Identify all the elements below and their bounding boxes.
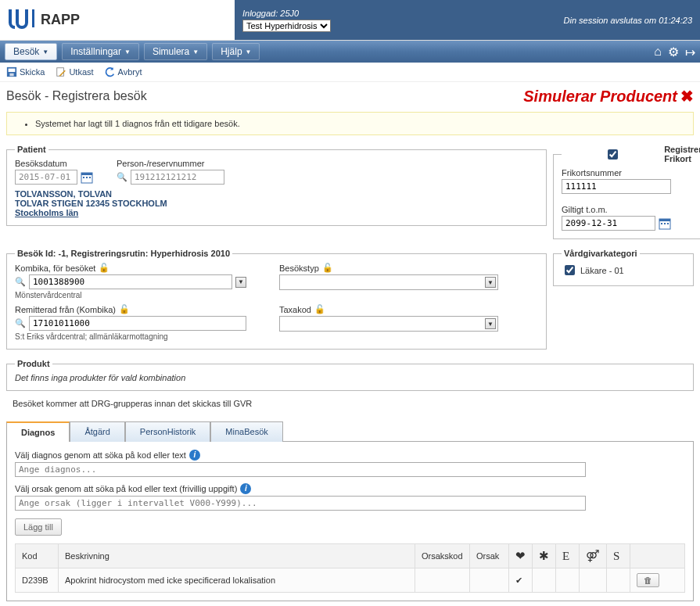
info-icon[interactable]: i [240,483,251,494]
menu-besok[interactable]: Besök ▼ [5,43,57,60]
cell-kod: D239B [16,568,59,593]
toolbar-label: Avbryt [118,67,142,77]
context-select[interactable]: Test Hyperhidrosis [242,20,331,32]
toolbar-label: Utkast [69,67,93,77]
patient-region[interactable]: Stockholms län [15,208,538,217]
search-icon[interactable]: 🔍 [15,318,26,328]
frikortsnummer-input[interactable] [562,179,671,194]
menu-label: Besök [13,46,39,57]
page-title: Besök - Registrera besök [6,89,147,103]
svg-rect-6 [83,177,84,178]
th-kod: Kod [16,544,59,568]
close-simulation-icon[interactable]: ✖ [680,87,694,106]
frikort-checkbox-label: Registrera Frikort [664,145,700,163]
cell-orsak [470,568,509,593]
logo-icon [8,7,34,34]
gear-icon[interactable]: ⚙ [668,45,679,59]
patient-fieldset: Patient Besöksdatum Person-/reservnummer… [6,145,547,226]
kombika-input[interactable] [29,274,232,289]
frikortsnummer-label: Frikortsnummer [562,168,622,177]
notice-text: Systemet har lagt till 1 diagnos från et… [35,119,679,128]
utkast-button[interactable]: Utkast [56,66,93,77]
giltigt-label: Giltigt t.o.m. [562,205,608,214]
tab-atgard[interactable]: Åtgärd [70,421,124,442]
vardgivarkategori-fieldset: Vårdgivarkategori Läkare - 01 [553,249,694,286]
visit-legend: Besök Id: -1, Registreringsrutin: Hyperh… [15,249,232,258]
app-name: RAPP [41,12,80,28]
giltigt-input[interactable] [562,216,655,231]
simulation-banner: Simulerar Producent ✖ [523,87,694,106]
personnummer-input[interactable] [131,170,224,185]
menu-label: Simulera [153,46,189,57]
menu-installningar[interactable]: Inställningar ▼ [62,43,139,60]
produkt-legend: Produkt [15,359,52,368]
th-orsak: Orsak [470,544,509,568]
unlock-icon: 🔓 [119,304,130,314]
kombika-note: Mönstervårdcentral [15,291,273,299]
skicka-button[interactable]: Skicka [6,66,45,77]
dropdown-icon: ▼ [485,277,496,288]
th-beskrivning: Beskrivning [59,544,415,568]
add-button[interactable]: Lägg till [15,518,62,536]
dropdown-icon[interactable]: ▼ [235,277,246,288]
table-row: D239B Apokrint hidrocystom med icke spec… [16,568,685,593]
frikort-legend: Registrera Frikort [562,145,700,163]
diagnos-search-input[interactable] [15,462,586,477]
vardgivarkategori-legend: Vårdgivarkategori [562,249,640,258]
logout-icon[interactable]: ↦ [685,45,695,59]
home-icon[interactable]: ⌂ [654,45,662,59]
cell-s [607,568,630,593]
besoksdatum-label: Besöksdatum [15,159,93,168]
th-orsakskod: Orsakskod [415,544,470,568]
check-icon: ✔ [515,576,522,585]
trash-icon: 🗑 [644,576,652,585]
search-icon[interactable]: 🔍 [15,277,26,287]
draft-icon [56,66,66,77]
frikort-fieldset: Registrera Frikort Frikortsnummer Giltig… [553,145,700,239]
search-icon[interactable]: 🔍 [117,172,127,182]
tab-minabesok[interactable]: MinaBesök [210,421,282,442]
delete-row-button[interactable]: 🗑 [637,573,659,587]
produkt-empty: Det finns inga produkter för vald kombin… [15,373,685,382]
tab-strip: Diagnos Åtgärd PersonHistorik MinaBesök [6,421,694,442]
besoksdatum-input[interactable] [15,170,77,185]
remitterad-label: Remitterad från (Kombika) 🔓 [15,304,273,314]
notice-banner: Systemet har lagt till 1 diagnos från et… [6,112,694,135]
besokstyp-select[interactable]: ▼ [279,274,498,290]
app-header: RAPP Inloggad: 25J0 Test Hyperhidrosis D… [0,0,700,41]
cell-orsakskod [415,568,470,593]
save-icon [6,66,17,77]
tab-diagnos[interactable]: Diagnos [6,421,70,442]
cell-asterisk [533,568,556,593]
personnummer-label: Person-/reservnummer [117,159,224,168]
besokstyp-label: Besökstyp 🔓 [279,263,498,273]
taxakod-select[interactable]: ▼ [279,316,498,332]
patient-address: TOLVAR STIGEN 12345 STOCKHOLM [15,199,538,208]
cell-gender [580,568,607,593]
lakare-checkbox[interactable] [565,265,575,275]
calendar-icon[interactable] [81,171,93,184]
info-icon[interactable]: i [189,450,200,461]
menu-label: Inställningar [70,46,121,57]
orsak-search-input[interactable] [15,496,586,511]
avbryt-button[interactable]: Avbryt [105,66,142,77]
th-gender-icon: ⚤ [580,544,607,568]
tab-personhistorik[interactable]: PersonHistorik [125,421,211,442]
patient-name: TOLVANSSON, TOLVAN [15,189,538,199]
diagnos-panel: Välj diagnos genom att söka på kod eller… [6,442,694,601]
kombika-label: Kombika, för besöket 🔓 [15,263,273,273]
th-heart-icon: ❤ [509,544,533,568]
vardgivarkategori-value: Läkare - 01 [580,266,624,275]
drg-note: Besöket kommer att DRG-grupperas innan d… [0,397,700,413]
visit-fieldset: Besök Id: -1, Registreringsrutin: Hyperh… [6,249,547,350]
remitterad-input[interactable] [29,316,246,331]
menu-hjalp[interactable]: Hjälp ▼ [212,43,260,60]
registrera-frikort-checkbox[interactable] [567,149,659,160]
calendar-icon[interactable] [659,217,671,230]
unlock-icon: 🔓 [314,304,325,314]
chevron-down-icon: ▼ [246,48,252,56]
diagnos-table: Kod Beskrivning Orsakskod Orsak ❤ ✱ E ⚤ … [15,543,685,593]
menu-simulera[interactable]: Simulera ▼ [144,43,207,60]
th-s: S [607,544,630,568]
cell-actions: 🗑 [630,568,685,593]
